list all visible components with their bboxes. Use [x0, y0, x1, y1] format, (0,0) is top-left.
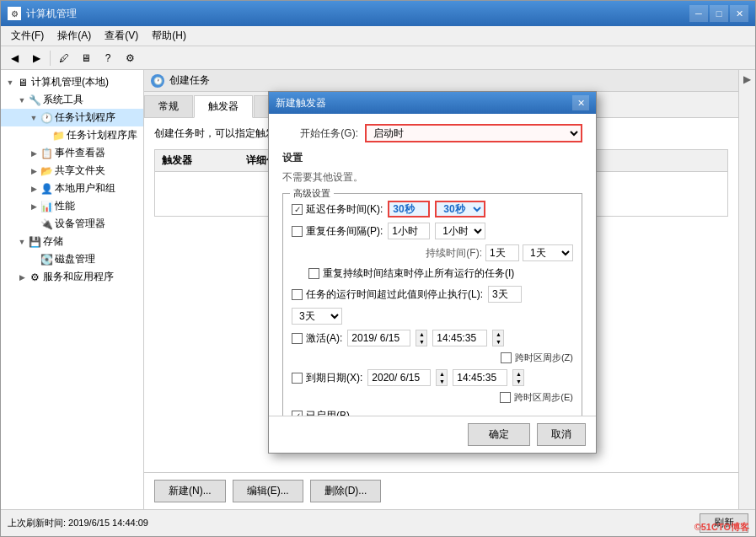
sidebar-item-local-users[interactable]: ▶ 👤 本地用户和组 [1, 180, 143, 197]
sidebar-item-task-library[interactable]: 📁 任务计划程序库 [1, 126, 143, 144]
sidebar-item-performance[interactable]: ▶ 📊 性能 [1, 197, 143, 215]
sidebar-item-shared-folders[interactable]: ▶ 📂 共享文件夹 [1, 162, 143, 180]
expire-date-down[interactable]: ▼ [437, 378, 447, 385]
local-users-label: 本地用户和组 [55, 181, 115, 196]
computer-button[interactable]: 🖥 [76, 49, 96, 67]
delay-checkbox[interactable] [292, 204, 303, 215]
sidebar-item-task-scheduler[interactable]: ▼ 🕐 任务计划程序 [1, 109, 143, 126]
delay-row: 延迟任务时间(K): 30秒 1分钟 5分钟 [292, 201, 573, 217]
activate-time-down[interactable]: ▼ [493, 338, 503, 346]
tz2-label[interactable]: 跨时区周步(E) [500, 391, 573, 404]
repeat-select[interactable]: 1小时 30分钟 [435, 223, 485, 239]
settings-button[interactable]: ⚙ [120, 49, 140, 67]
expand-library [40, 130, 51, 142]
up-button[interactable]: 🖊 [54, 49, 74, 67]
services-icon: ⚙ [28, 271, 41, 284]
delete-trigger-button[interactable]: 删除(D)... [310, 480, 382, 502]
delay-checkbox-label[interactable]: 延迟任务时间(K): [292, 202, 383, 217]
enabled-checkbox-label[interactable]: 已启用(B) [292, 409, 350, 416]
repeat-checkbox-label[interactable]: 重复任务间隔(P): [292, 224, 383, 239]
performance-label: 性能 [55, 199, 75, 213]
repeat-row: 重复任务间隔(P): 1小时 30分钟 持续时间(F): 1天 2天 [292, 223, 573, 261]
minimize-button[interactable]: ─ [689, 5, 708, 22]
runtime-checkbox-label[interactable]: 任务的运行时间超过此值则停止执行(L): [292, 287, 483, 302]
duration-select[interactable]: 1天 2天 [523, 244, 573, 261]
sidebar-item-system-tools[interactable]: ▼ 🔧 系统工具 [1, 91, 143, 109]
runtime-select[interactable]: 3天 1天 7天 [292, 308, 342, 325]
activate-checkbox-label[interactable]: 激活(A): [292, 331, 342, 346]
tz1-label[interactable]: 跨时区周步(Z) [501, 352, 573, 364]
maximize-button[interactable]: □ [710, 5, 728, 22]
menu-view[interactable]: 查看(V) [98, 27, 145, 45]
activate-date-input[interactable] [347, 330, 410, 346]
runtime-checkbox[interactable] [292, 289, 303, 300]
duration-input[interactable] [485, 244, 519, 261]
expire-checkbox[interactable] [292, 373, 303, 384]
edit-trigger-button[interactable]: 编辑(E)... [233, 480, 303, 502]
delay-select[interactable]: 30秒 1分钟 5分钟 [435, 201, 485, 217]
question-button[interactable]: ? [98, 49, 118, 67]
root-label: 计算机管理(本地) [31, 75, 109, 89]
sidebar-item-device-manager[interactable]: 🔌 设备管理器 [1, 215, 143, 233]
close-button[interactable]: ✕ [730, 5, 748, 22]
sidebar-item-services[interactable]: ▶ ⚙ 服务和应用程序 [1, 268, 143, 286]
repeat-input[interactable] [388, 223, 430, 239]
enabled-checkbox[interactable] [292, 411, 303, 416]
expire-time-input[interactable] [453, 369, 507, 386]
stop-persist-checkbox[interactable] [308, 268, 319, 279]
ntd-close-button[interactable]: ✕ [572, 95, 589, 110]
expand-system: ▼ [16, 94, 28, 106]
back-button[interactable]: ◀ [4, 49, 24, 67]
expire-date-spin[interactable]: ▲ ▼ [436, 369, 448, 386]
expire-date-up[interactable]: ▲ [437, 370, 447, 378]
stop-persist-label: 重复持续时间结束时停止所有运行的任务(I) [323, 266, 514, 281]
runtime-limit-row: 任务的运行时间超过此值则停止执行(L): 3天 1天 7天 [292, 286, 573, 325]
right-arrow-icon[interactable]: ▶ [743, 73, 751, 85]
sidebar-item-root[interactable]: ▼ 🖥 计算机管理(本地) [1, 73, 143, 91]
delay-label: 延迟任务时间(K): [306, 202, 383, 217]
expire-date-input[interactable] [367, 369, 431, 386]
ntd-ok-button[interactable]: 确定 [468, 423, 530, 446]
activate-time-up[interactable]: ▲ [493, 330, 503, 338]
expire-time-spin[interactable]: ▲ ▼ [512, 369, 524, 386]
activate-time-spin[interactable]: ▲ ▼ [492, 330, 504, 346]
sidebar-item-storage[interactable]: ▼ 💾 存储 [1, 233, 143, 250]
disk-mgmt-icon: 💽 [40, 253, 53, 266]
activate-date-spin[interactable]: ▲ ▼ [416, 330, 427, 346]
expire-checkbox-label[interactable]: 到期日期(X): [292, 371, 362, 385]
ntd-footer: 确定 取消 [269, 416, 596, 453]
tz1-checkbox[interactable] [501, 352, 512, 363]
task-library-label: 任务计划程序库 [67, 128, 137, 142]
menu-action[interactable]: 操作(A) [51, 27, 98, 45]
menu-file[interactable]: 文件(F) [4, 27, 51, 45]
forward-button[interactable]: ▶ [26, 49, 46, 67]
expand-perf: ▶ [28, 201, 40, 212]
window-title: 计算机管理 [26, 7, 77, 21]
device-manager-label: 设备管理器 [55, 217, 105, 231]
disk-mgmt-label: 磁盘管理 [55, 252, 95, 266]
expire-time-down[interactable]: ▼ [513, 378, 523, 385]
shared-folders-label: 共享文件夹 [55, 164, 105, 178]
sidebar-item-disk-mgmt[interactable]: 💽 磁盘管理 [1, 250, 143, 268]
activate-date-up[interactable]: ▲ [416, 330, 426, 338]
runtime-input[interactable] [488, 286, 522, 303]
expand-services: ▶ [16, 271, 28, 283]
repeat-checkbox[interactable] [292, 226, 303, 237]
expand-users: ▶ [28, 183, 40, 195]
services-label: 服务和应用程序 [43, 270, 114, 284]
activate-time-input[interactable] [432, 330, 487, 346]
stop-persist-checkbox-label[interactable]: 重复持续时间结束时停止所有运行的任务(I) [308, 266, 514, 281]
delay-input[interactable] [388, 201, 430, 217]
tz2-checkbox[interactable] [500, 392, 511, 403]
watermark: ©51CTO博客 [694, 521, 749, 534]
new-trigger-button[interactable]: 新建(N)... [154, 480, 226, 502]
sidebar-item-event-viewer[interactable]: ▶ 📋 事件查看器 [1, 144, 143, 162]
activate-checkbox[interactable] [292, 333, 303, 344]
expire-time-up[interactable]: ▲ [513, 370, 523, 378]
start-task-select[interactable]: 启动时 登录时 按计划 空闲时 事件触发 [365, 124, 582, 142]
tab-triggers[interactable]: 触发器 [194, 95, 253, 118]
ntd-cancel-button[interactable]: 取消 [537, 423, 586, 446]
tab-general[interactable]: 常规 [144, 95, 193, 117]
activate-date-down[interactable]: ▼ [416, 338, 426, 346]
menu-help[interactable]: 帮助(H) [145, 27, 193, 45]
